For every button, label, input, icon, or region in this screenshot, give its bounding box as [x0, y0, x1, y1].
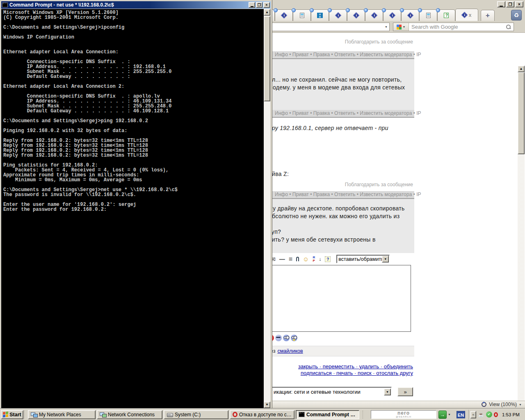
opera-tray-icon[interactable] [494, 412, 498, 417]
new-tab-button[interactable]: + [481, 10, 495, 21]
closed-tabs-trash-icon[interactable]: ♻ [511, 10, 522, 21]
search-input[interactable]: ▼ Search with Google [393, 23, 514, 31]
search-placeholder: Search with Google [409, 24, 506, 30]
smiley-yawn-icon[interactable] [291, 335, 297, 341]
arrow-down-icon[interactable]: ↓ [319, 256, 321, 262]
browser-tab[interactable] [275, 9, 293, 21]
taskbutton-command-prompt[interactable]: C:\ Command Prompt - n... [296, 410, 359, 419]
taskbutton-label: System (C:) [175, 412, 201, 418]
taskbutton-system-c[interactable]: System (C:) [164, 410, 228, 419]
thread-action-link[interactable]: закрыть [298, 363, 318, 370]
smiley-glasses-icon[interactable] [283, 335, 290, 341]
tab-favicon-icon [317, 13, 323, 18]
nero-search-box[interactable]: nero @SEARCH [371, 410, 436, 419]
tab-favicon-icon [444, 13, 449, 18]
forum-jump-row: икации: сети и сетевые технологии ▼ » [272, 387, 413, 397]
tab-favicon-icon [335, 12, 341, 19]
help-icon[interactable]: ? [325, 256, 331, 262]
address-dropdown-icon[interactable]: ▼ [385, 25, 388, 28]
console-line: The password is invalid for \\192.168.0.… [3, 192, 178, 197]
console-line: Windows IP Configuration [3, 35, 178, 40]
antivirus-tray-icon[interactable]: ✓ [486, 411, 492, 418]
taskbutton-network-connections[interactable]: Network Connections [97, 410, 162, 419]
taskbar-divider [363, 411, 364, 419]
thread-action-link[interactable]: отослать другу [372, 370, 413, 376]
thread-links-row: подписатьсяпечатьпоискотослать другу [301, 370, 413, 377]
cmd-restore-button[interactable]: ❐ [256, 2, 262, 8]
scroll-up-icon[interactable]: ▲ [518, 66, 525, 72]
restore-icon: ❐ [258, 3, 261, 7]
browser-restore-button[interactable]: ❐ [506, 1, 514, 7]
forum-jump-dropdown[interactable]: икации: сети и сетевые технологии ▼ [272, 387, 392, 397]
browser-minimize-button[interactable] [497, 1, 505, 7]
language-indicator[interactable]: EN [457, 411, 465, 418]
align-text-icon[interactable]: ≡ [289, 256, 292, 262]
zoom-control[interactable]: View (100%) ▼ [482, 402, 522, 407]
thread-action-link[interactable]: печать [332, 370, 353, 376]
horizontal-rule-icon[interactable]: — [279, 256, 285, 262]
search-engine-selector[interactable]: ▼ [393, 23, 409, 31]
font-color-icon[interactable]: RP [313, 256, 315, 262]
no-smilies-link[interactable]: смайликов [277, 348, 303, 354]
reply-textarea[interactable] [272, 265, 411, 332]
smiley-cool-icon[interactable] [275, 335, 282, 341]
console-line: C:\Documents and Settings\Sergej>ping 19… [3, 119, 178, 123]
browser-tab[interactable] [365, 9, 383, 21]
browser-tab[interactable] [419, 9, 437, 21]
minimize-icon [251, 6, 253, 7]
cmd-minimize-button[interactable] [249, 2, 255, 8]
console-line: C:\Documents and Settings\Sergej>ipconfi… [3, 25, 178, 30]
scroll-down-icon[interactable]: ▼ [264, 402, 270, 408]
thread-action-link[interactable]: объединить [379, 363, 413, 370]
forum-jump-go-button[interactable]: » [397, 387, 413, 396]
browser-tab[interactable] [347, 9, 365, 21]
thread-action-link[interactable]: переместить [318, 363, 354, 370]
browser-tab[interactable] [293, 9, 311, 21]
browser-window-controls: ❐ × [497, 1, 523, 7]
taskbutton-my-network-places[interactable]: My Network Places [28, 410, 96, 419]
console-output[interactable]: Microsoft Windows XP [Version 5.1.2600](… [1, 9, 270, 408]
post-line [269, 220, 405, 228]
nero-search-go-button[interactable]: → [438, 411, 447, 419]
insert-format-dropdown[interactable]: вставить/обрамить ▼ [336, 255, 390, 263]
cmd-close-button[interactable]: × [263, 2, 270, 8]
thread-action-link[interactable]: удалить [354, 363, 379, 370]
console-scrollbar[interactable]: ▲ ▼ [264, 9, 270, 408]
search-icon[interactable] [506, 25, 511, 30]
browser-tab[interactable] [437, 9, 455, 21]
tray-collapse-icon[interactable]: « [470, 411, 476, 418]
browser-tab[interactable] [401, 9, 419, 21]
browser-tab[interactable] [383, 9, 401, 21]
taskbutton-opera-page[interactable]: Отказ в доступе по сет... [230, 410, 294, 419]
post-line: абсолютно не нужен. как можно его удалит… [269, 212, 405, 220]
browser-tab[interactable] [311, 9, 329, 21]
browser-close-button[interactable]: × [515, 1, 523, 7]
smiley-insert-icon[interactable]: ☺ [303, 256, 309, 262]
thread-action-link[interactable]: подписаться [301, 370, 332, 376]
browser-scrollbar[interactable]: ▲ ▼ [518, 66, 525, 420]
console-line: Reply from 192.168.0.2: bytes=32 time<1m… [3, 153, 178, 158]
close-icon: × [265, 3, 267, 7]
chevron-down-icon: ▼ [519, 403, 522, 406]
browser-tab-active[interactable]: x [455, 9, 478, 21]
cmd-title-bar[interactable]: C:\ Command Prompt - net use * \\192.168… [1, 1, 271, 9]
thread-links-row: закрытьпереместитьудалитьобъединить [298, 363, 413, 370]
drive-icon [167, 412, 173, 418]
start-button[interactable]: Start [1, 410, 23, 419]
thread-action-link[interactable]: поиск [353, 370, 371, 376]
dropdown-arrow-icon[interactable]: ▼ [382, 256, 389, 262]
dropdown-arrow-icon[interactable]: ▼ [384, 388, 391, 395]
attachment-icon[interactable] [296, 257, 299, 261]
post-line: ил... но не сохранил. сейчас не могу пов… [269, 76, 405, 84]
taskbar-clock[interactable]: 1:53 PM [502, 412, 520, 417]
java-tray-icon[interactable]: ☕ [478, 411, 484, 418]
scroll-up-icon[interactable]: ▲ [264, 9, 270, 16]
browser-tab[interactable] [329, 9, 347, 21]
tab-favicon-icon [281, 12, 287, 19]
scrollbar-thumb[interactable] [518, 72, 525, 154]
tab-close-icon[interactable]: x [469, 13, 472, 18]
taskbar: Start My Network Places Network Connecti… [0, 409, 525, 420]
console-line: Ethernet adapter Local Area Connection: [3, 50, 178, 55]
scrollbar-thumb[interactable] [264, 16, 270, 101]
chevron-down-icon[interactable]: ▼ [448, 413, 451, 416]
